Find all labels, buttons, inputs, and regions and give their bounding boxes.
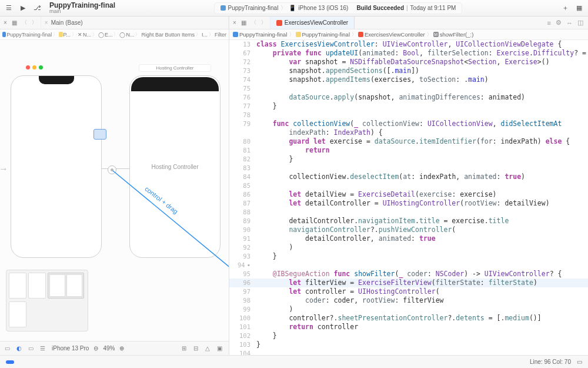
code-line[interactable]: 82 }	[229, 155, 588, 164]
split-icon[interactable]: ◫	[577, 19, 583, 26]
code-line[interactable]: 96 let filterView = ExerciseFilterView(f…	[229, 279, 588, 287]
zoom-in-icon[interactable]: ⊕	[119, 345, 124, 352]
code-editor[interactable]: 13class ExercisesViewController: UIViewC…	[229, 40, 588, 355]
code-line[interactable]: 103}	[229, 340, 588, 349]
code-line[interactable]: 13class ExercisesViewController: UIViewC…	[229, 40, 588, 49]
progress-indicator	[6, 360, 14, 364]
code-line[interactable]: 74 snapshot.appendItems(exercises, toSec…	[229, 75, 588, 84]
code-line[interactable]: 90 navigationController?.pushViewControl…	[229, 226, 588, 234]
interface-builder-panel: PuppyTraining-final〉 P...〉 ✕N...〉 ◯E...〉…	[0, 29, 229, 355]
code-line[interactable]: 94	[229, 261, 588, 270]
device-selector[interactable]: iPhone 13 Pro	[52, 345, 89, 352]
ib-jump-bar[interactable]: PuppyTraining-final〉 P...〉 ✕N...〉 ◯E...〉…	[0, 29, 229, 40]
code-line[interactable]: 95 @IBSegueAction func showFilter(_ code…	[229, 270, 588, 279]
code-line[interactable]: 76 dataSource.apply(snapshot, animatingD…	[229, 93, 588, 102]
code-line[interactable]: 101 return controller	[229, 323, 588, 331]
status-bar: Line: 96 Col: 70 ▭	[0, 355, 588, 368]
scheme-icon[interactable]: ⎇	[33, 4, 41, 12]
cursor-position: Line: 96 Col: 70	[530, 359, 571, 365]
code-line[interactable]: 100 controller?.sheetPresentationControl…	[229, 314, 588, 323]
hosting-controller-label: Hosting Controller	[130, 164, 220, 170]
code-editor-panel: PuppyTraining-final〉 PuppyTraining-final…	[229, 29, 588, 355]
code-line[interactable]: 79 func collectionView(_ collectionView:…	[229, 120, 588, 128]
hierarchy-icon[interactable]: ☰	[40, 345, 47, 352]
entry-arrow: →	[0, 164, 8, 174]
code-line[interactable]: 92 )	[229, 243, 588, 252]
back-icon[interactable]: 〈	[22, 19, 27, 26]
code-line[interactable]: 83	[229, 164, 588, 173]
grid-icon[interactable]: ▦	[12, 19, 17, 26]
code-line[interactable]: 99 )	[229, 305, 588, 314]
code-line[interactable]: 80 guard let exercise = dataSource.itemI…	[229, 137, 588, 146]
code-line[interactable]: 81 return	[229, 146, 588, 155]
run-button[interactable]: ▶	[19, 4, 27, 12]
storyboard-scene-hosting[interactable]: Hosting Controller Hosting Controller	[129, 75, 220, 258]
toolbar: ☰ ▶ ⎇ PuppyTraining-final main PuppyTrai…	[0, 0, 588, 16]
code-line[interactable]: 67 private func updateUI(animated: Bool,…	[229, 49, 588, 58]
scene-title: Hosting Controller	[139, 64, 211, 72]
code-line[interactable]: 78	[229, 111, 588, 120]
forward-icon[interactable]: 〉	[32, 19, 37, 26]
add-icon[interactable]: ＋	[561, 4, 569, 12]
close-icon[interactable]: ×	[4, 19, 7, 26]
code-line[interactable]: 87 let detailController = UIHostingContr…	[229, 199, 588, 208]
project-title[interactable]: PuppyTraining-final main	[49, 2, 115, 14]
pin-icon[interactable]: ⊟	[193, 345, 201, 352]
tab-main-base[interactable]: × Main (Base)	[41, 16, 229, 29]
swift-file-icon	[276, 20, 282, 26]
review-icon[interactable]: ↔	[566, 19, 573, 26]
code-line[interactable]: 73 snapshot.appendSections([.main])	[229, 67, 588, 75]
editor-jump-bar[interactable]: PuppyTraining-final〉 PuppyTraining-final…	[229, 29, 588, 40]
segue-connector[interactable]	[108, 165, 116, 174]
code-line[interactable]: 98 coder: coder, rootView: filterView	[229, 296, 588, 305]
activity-status[interactable]: PuppyTraining-final 〉 📱 iPhone 13 (iOS 1…	[214, 2, 463, 14]
grid-icon[interactable]: ▦	[241, 19, 246, 26]
back-icon[interactable]: 〈	[251, 19, 256, 26]
code-line[interactable]: 104	[229, 349, 588, 355]
library-icon[interactable]: ▦	[575, 4, 583, 12]
filter-bar-button[interactable]	[93, 129, 106, 140]
adjust-icon[interactable]: ◐	[16, 345, 24, 352]
right-tab-controls[interactable]: × ▦ 〈 〉	[229, 16, 270, 29]
scene-thumbnails[interactable]	[6, 270, 88, 331]
code-line[interactable]: 97 let controller = UIHostingController(	[229, 287, 588, 296]
code-line[interactable]: 72 var snapshot = NSDiffableDataSourceSn…	[229, 58, 588, 67]
zoom-level[interactable]: 49%	[103, 345, 115, 352]
outline-icon[interactable]: ▭	[5, 345, 12, 352]
close-icon[interactable]: ×	[233, 19, 236, 26]
left-tab-controls[interactable]: × ▦ 〈 〉	[0, 16, 41, 29]
minimap-icon[interactable]: ≡	[547, 19, 551, 26]
code-line[interactable]: 102 }	[229, 331, 588, 340]
forward-icon[interactable]: 〉	[261, 19, 266, 26]
zoom-out-icon[interactable]: ⊖	[93, 345, 98, 352]
panel-toggle-icon[interactable]: ▭	[577, 359, 582, 365]
code-line[interactable]: 86 let detailView = ExerciseDetail(exerc…	[229, 190, 588, 199]
storyboard-scene-1[interactable]	[11, 75, 102, 258]
code-line[interactable]: 75	[229, 84, 588, 93]
code-line[interactable]: 93 }	[229, 252, 588, 261]
code-line[interactable]: indexPath: IndexPath) {	[229, 128, 588, 137]
code-line[interactable]: 85	[229, 181, 588, 190]
align-icon[interactable]: ⊞	[182, 345, 189, 352]
code-line[interactable]: 89 detailController.navigationItem.title…	[229, 217, 588, 226]
ib-canvas[interactable]: → Hosting Controller Hosting Controller	[0, 40, 229, 355]
adjust-icon[interactable]: ⚙	[556, 19, 562, 26]
embed-icon[interactable]: ▣	[217, 345, 224, 352]
sidebar-toggle-icon[interactable]: ☰	[5, 4, 13, 12]
tab-exercises-vc[interactable]: ExercisesViewController	[270, 16, 355, 29]
resolve-icon[interactable]: △	[205, 345, 212, 352]
code-line[interactable]: 84 collectionView.deselectItem(at: index…	[229, 173, 588, 181]
doc-icon[interactable]: ▭	[28, 345, 35, 352]
code-line[interactable]: 88	[229, 208, 588, 217]
code-line[interactable]: 77 }	[229, 102, 588, 111]
code-line[interactable]: 91 detailController, animated: true	[229, 234, 588, 243]
ib-bottom-bar: ▭ ◐ ▭ ☰ iPhone 13 Pro ⊖ 49% ⊕ ⊞ ⊟ △ ▣	[0, 341, 229, 355]
